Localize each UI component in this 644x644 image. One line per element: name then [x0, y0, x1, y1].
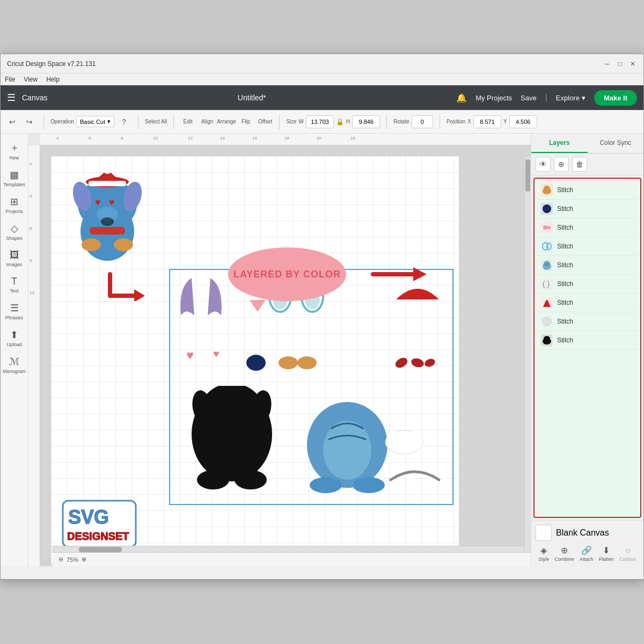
svg-point-48 [547, 226, 551, 229]
sidebar-item-shapes[interactable]: ◇ Shapes [3, 219, 26, 244]
layer-name: Stitch [557, 224, 573, 231]
layer-name: Stitch [557, 336, 573, 344]
hamburger-icon[interactable]: ☰ [7, 92, 16, 104]
ruler-mark: 18 [284, 136, 289, 141]
align-btn[interactable]: Align [200, 114, 215, 129]
svg-point-13 [114, 238, 133, 251]
sidebar-item-new[interactable]: ＋ New [3, 138, 26, 164]
bell-icon[interactable]: 🔔 [456, 93, 467, 103]
layer-item[interactable]: Stitch [537, 331, 638, 350]
tab-layers[interactable]: Layers [531, 134, 588, 153]
toolbar-divider-4 [279, 114, 280, 129]
images-icon: 🖼 [10, 250, 19, 261]
offset-btn[interactable]: Offset [258, 114, 273, 129]
my-projects-btn[interactable]: My Projects [475, 94, 512, 102]
layer-delete-btn[interactable]: 🗑 [572, 157, 587, 172]
operation-dropdown[interactable]: Basic Cut ▾ [76, 116, 114, 127]
combine-btn[interactable]: ⊕ Combine [555, 545, 574, 562]
style-btn[interactable]: ◈ Style [538, 545, 549, 562]
minimize-btn[interactable]: ─ [603, 60, 611, 68]
attach-btn[interactable]: 🔗 Attach [580, 545, 594, 562]
layer-visibility-btn[interactable]: 👁 [536, 157, 551, 172]
combine-icon: ⊕ [561, 545, 568, 555]
ruler-mark: 8 [30, 258, 32, 263]
layer-item[interactable]: Stitch [537, 200, 638, 218]
y-input[interactable] [509, 115, 537, 128]
layer-item[interactable]: Stitch [537, 294, 638, 312]
operation-label: Operation [50, 119, 74, 125]
svg-point-23 [279, 356, 298, 369]
close-btn[interactable]: ✕ [628, 60, 637, 68]
ruler-mark: 2 [30, 162, 32, 166]
sidebar-item-phrases[interactable]: ☰ Phrases [3, 299, 26, 324]
scroll-thumb-bottom[interactable] [79, 547, 122, 552]
flatten-icon: ⬇ [603, 545, 610, 555]
title-bar-controls: ─ □ ✕ [603, 60, 637, 68]
undo-btn[interactable]: ↩ [5, 114, 20, 129]
sidebar-item-monogram[interactable]: ℳ Monogram [3, 353, 26, 377]
edit-btn[interactable]: Edit [180, 114, 195, 129]
size-label: Size [286, 119, 296, 125]
layer-thumb: ( ) [541, 278, 553, 290]
y-label: Y [503, 119, 507, 125]
maximize-btn[interactable]: □ [616, 60, 624, 68]
menu-help[interactable]: Help [46, 76, 60, 83]
layer-name: Stitch [557, 261, 573, 269]
scrollbar-right[interactable] [524, 157, 531, 552]
lock-icon[interactable]: 🔒 [336, 118, 344, 126]
menu-view[interactable]: View [24, 76, 38, 83]
panel-bottom: Blank Canvas ◈ Style ⊕ Combine 🔗 Attach [531, 520, 643, 566]
layer-item[interactable]: Stitch [537, 312, 638, 331]
speech-bubble-text: LAYERED BY COLOR [233, 269, 341, 280]
layer-name: Stitch [557, 205, 573, 213]
flip-btn[interactable]: Flip [238, 114, 253, 129]
zoom-in-btn[interactable]: ⊕ [82, 556, 86, 563]
speech-bubble: LAYERED BY COLOR [228, 247, 346, 301]
layer-name: Stitch [557, 186, 573, 194]
width-input[interactable] [306, 115, 334, 128]
zoom-out-btn[interactable]: ⊖ [58, 556, 63, 563]
layer-item[interactable]: Stitch [537, 256, 638, 275]
stitch-character[interactable]: ♥ ♥ [67, 167, 148, 264]
layer-name: Stitch [557, 243, 573, 250]
select-all-label[interactable]: Select All [145, 119, 167, 125]
sidebar-item-text[interactable]: T Text [3, 273, 26, 297]
new-icon: ＋ [10, 141, 19, 154]
arrange-btn[interactable]: Arrange [219, 114, 234, 129]
sidebar-item-images[interactable]: 🖼 Images [3, 246, 26, 270]
sidebar-item-templates[interactable]: ▦ Templates [3, 166, 26, 191]
layer-item[interactable]: Stitch [537, 181, 638, 200]
tab-color-sync[interactable]: Color Sync [588, 134, 644, 153]
selection-box[interactable]: ♥ ♥ [169, 269, 453, 505]
layer-duplicate-btn[interactable]: ⊕ [554, 157, 569, 172]
make-it-btn[interactable]: Make It [594, 90, 637, 106]
rotate-input[interactable] [412, 115, 433, 128]
canvas-area[interactable]: ♥ ♥ [40, 145, 531, 566]
flatten-btn[interactable]: ⬇ Flatten [599, 545, 614, 562]
height-input[interactable] [352, 115, 380, 128]
save-btn[interactable]: Save [521, 94, 537, 102]
ruler-mark: 6 [30, 226, 32, 231]
svg-point-46 [543, 204, 551, 213]
dropdown-arrow: ▾ [107, 118, 111, 125]
svg-point-15 [99, 245, 116, 255]
ruler-mark: 14 [220, 136, 225, 141]
contour-btn[interactable]: ○ Contour [619, 546, 636, 562]
layer-thumb [541, 316, 553, 327]
scroll-thumb-right[interactable] [525, 159, 530, 192]
menu-file[interactable]: File [5, 76, 15, 83]
layer-item[interactable]: Stitch [537, 218, 638, 237]
sidebar-item-upload[interactable]: ⬆ Upload [3, 326, 26, 350]
toolbar: ↩ ↪ Operation Basic Cut ▾ ? Select All E… [1, 110, 643, 134]
svg-point-52 [544, 261, 550, 266]
layer-thumb [541, 334, 553, 346]
sidebar-item-projects[interactable]: ⊞ Projects [3, 193, 26, 217]
scrollbar-bottom[interactable] [52, 546, 524, 552]
help-btn[interactable]: ? [116, 114, 131, 129]
svg-point-35 [323, 421, 371, 480]
layer-item[interactable]: Stitch [537, 237, 638, 256]
layer-item[interactable]: ( ) Stitch [537, 275, 638, 294]
x-input[interactable] [473, 115, 501, 128]
redo-btn[interactable]: ↪ [22, 114, 37, 129]
explore-btn[interactable]: Explore ▾ [556, 94, 586, 102]
